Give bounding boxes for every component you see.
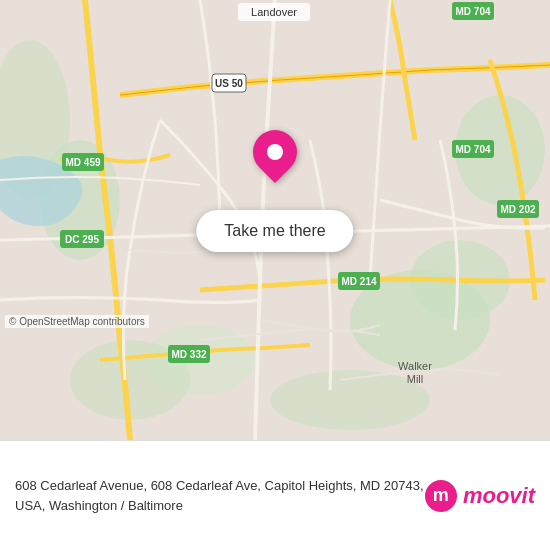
- pin-shape: [244, 121, 306, 183]
- info-bar: 608 Cedarleaf Avenue, 608 Cedarleaf Ave,…: [0, 440, 550, 550]
- svg-text:Landover: Landover: [251, 6, 297, 18]
- take-me-there-button[interactable]: Take me there: [196, 210, 353, 252]
- moovit-icon: m: [425, 480, 457, 512]
- osm-copyright: © OpenStreetMap contributors: [5, 315, 149, 328]
- svg-text:MD 459: MD 459: [65, 157, 100, 168]
- address-text: 608 Cedarleaf Avenue, 608 Cedarleaf Ave,…: [15, 476, 425, 515]
- svg-text:US 50: US 50: [215, 78, 243, 89]
- moovit-logo: m moovit: [425, 480, 535, 512]
- map-pin: [253, 130, 297, 174]
- svg-text:MD 704: MD 704: [455, 144, 490, 155]
- svg-text:Walker: Walker: [398, 360, 432, 372]
- map-container: Landover US 50 MD 704 MD 704 MD 202 MD 4…: [0, 0, 550, 440]
- svg-text:Mill: Mill: [407, 373, 424, 385]
- svg-text:MD 704: MD 704: [455, 6, 490, 17]
- moovit-brand-name: moovit: [463, 483, 535, 509]
- svg-text:MD 202: MD 202: [500, 204, 535, 215]
- pin-inner: [267, 144, 283, 160]
- svg-text:MD 332: MD 332: [171, 349, 206, 360]
- moovit-icon-letter: m: [433, 485, 449, 506]
- svg-text:DC 295: DC 295: [65, 234, 99, 245]
- svg-text:MD 214: MD 214: [341, 276, 376, 287]
